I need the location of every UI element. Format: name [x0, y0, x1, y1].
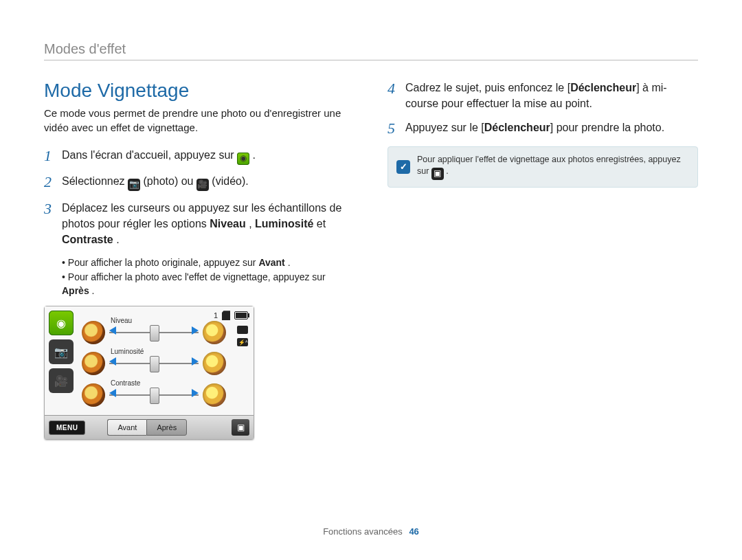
step-text: Dans l'écran d'accueil, appuyez sur [62, 149, 237, 161]
step-text: (photo) ou [144, 175, 196, 187]
apply-button[interactable]: ▣ [232, 419, 249, 436]
arrow-left-icon [109, 326, 116, 335]
section-header: Modes d'effet [44, 41, 698, 60]
slider-label: Niveau [111, 317, 132, 324]
step-text: . [116, 234, 119, 245]
step-4: 4 Cadrez le sujet, puis enfoncez le [Déc… [387, 80, 698, 111]
step-text: et [317, 218, 326, 229]
info-note: ✓ Pour appliquer l'effet de vignettage a… [387, 146, 698, 188]
step-body: Sélectionnez 📷 (photo) ou 🎥 (vidéo). [62, 173, 249, 191]
slider-handle[interactable] [150, 356, 159, 372]
bold-contraste: Contraste [62, 234, 113, 245]
arrow-right-icon [192, 389, 199, 397]
slider-contraste[interactable]: Contraste [82, 381, 226, 408]
sample-thumb-left[interactable] [82, 321, 105, 344]
right-column: 4 Cadrez le sujet, puis enfoncez le [Déc… [387, 80, 698, 440]
step-text: , [249, 218, 255, 229]
bold-avant: Avant [258, 257, 284, 268]
sub-bullet-avant: Pour afficher la photo originale, appuye… [62, 256, 355, 269]
page-title: Mode Vignettage [44, 80, 355, 102]
slider-handle[interactable] [150, 325, 159, 341]
before-after-tabs: Avant Après [107, 419, 187, 436]
slider-luminosite[interactable]: Luminosité [82, 349, 226, 377]
camera-screenshot: ◉ 📷 🎥 1 ⚡ᴬ Niveau [44, 306, 254, 440]
two-column-layout: Mode Vignettage Ce mode vous permet de p… [44, 80, 698, 440]
left-column: Mode Vignettage Ce mode vous permet de p… [44, 80, 355, 440]
text: Pour afficher la photo originale, appuye… [68, 257, 259, 268]
step-text: Appuyez sur le [ [405, 122, 484, 133]
menu-button[interactable]: MENU [49, 421, 85, 435]
sample-thumb-left[interactable] [82, 352, 105, 375]
step-number: 5 [387, 120, 405, 137]
bold-apres: Après [62, 285, 89, 296]
camera-icon: 📷 [128, 179, 140, 191]
photo-mode-icon[interactable]: 📷 [49, 339, 74, 364]
tab-apres[interactable]: Après [146, 419, 187, 436]
apply-icon: ▣ [431, 168, 444, 180]
step-text: (vidéo). [212, 175, 248, 187]
camera-bottom-bar: MENU Avant Après ▣ [45, 415, 254, 439]
step-1: 1 Dans l'écran d'accueil, appuyez sur ◉ … [44, 147, 355, 165]
battery-icon [234, 311, 248, 320]
bold-declencheur: Déclencheur [570, 82, 636, 93]
bold-niveau: Niveau [210, 218, 245, 229]
slider-handle[interactable] [150, 388, 159, 404]
step-text: ] pour prendre la photo. [550, 122, 664, 133]
page-footer: Fonctions avancées 46 [0, 526, 742, 537]
step-number: 3 [44, 200, 62, 218]
video-icon: 🎥 [196, 179, 209, 191]
step-body: Cadrez le sujet, puis enfoncez le [Décle… [405, 80, 698, 111]
sub-bullet-apres: Pour afficher la photo avec l'effet de v… [62, 270, 355, 298]
manual-page: Modes d'effet Mode Vignettage Ce mode vo… [0, 0, 742, 560]
arrow-left-icon [109, 389, 116, 397]
step-number: 4 [387, 80, 405, 98]
text: Pour appliquer l'effet de vignettage aux… [417, 155, 681, 177]
step-2: 2 Sélectionnez 📷 (photo) ou 🎥 (vidéo). [44, 173, 355, 191]
sample-thumb-right[interactable] [203, 383, 226, 407]
slider-label: Contraste [111, 379, 140, 387]
arrow-right-icon [192, 326, 199, 335]
step-body: Déplacez les curseurs ou appuyez sur les… [62, 200, 355, 248]
bold-declencheur: Déclencheur [484, 122, 550, 133]
step-5: 5 Appuyez sur le [Déclencheur] pour pren… [387, 120, 698, 137]
text: Pour afficher la photo avec l'effet de v… [68, 271, 326, 282]
hdr-icon [237, 326, 248, 334]
sample-thumb-right[interactable] [203, 321, 226, 344]
step-3: 3 Déplacez les curseurs ou appuyez sur l… [44, 200, 355, 248]
note-text: Pour appliquer l'effet de vignettage aux… [417, 154, 689, 180]
intro-paragraph: Ce mode vous permet de prendre une photo… [44, 106, 355, 135]
page-number: 46 [409, 526, 418, 537]
step-body: Dans l'écran d'accueil, appuyez sur ◉ . [62, 147, 256, 165]
slider-label: Luminosité [111, 348, 144, 355]
tab-avant[interactable]: Avant [107, 419, 146, 436]
step-number: 2 [44, 173, 62, 191]
slider-niveau[interactable]: Niveau [82, 318, 226, 346]
footer-label: Fonctions avancées [323, 526, 403, 537]
text: . [446, 166, 448, 176]
video-mode-icon[interactable]: 🎥 [49, 368, 74, 393]
arrow-left-icon [109, 357, 116, 366]
sample-thumb-right[interactable] [203, 352, 226, 375]
step-text: Sélectionnez [62, 175, 128, 187]
sub-bullets: Pour afficher la photo originale, appuye… [62, 256, 355, 298]
mode-icon[interactable]: ◉ [49, 311, 74, 335]
screen-left-icons: ◉ 📷 🎥 [49, 311, 76, 411]
step-body: Appuyez sur le [Déclencheur] pour prendr… [405, 120, 664, 135]
indicator-flash: ⚡ᴬ [237, 338, 248, 346]
info-icon: ✓ [396, 160, 410, 174]
flash-auto-icon: ⚡ᴬ [237, 338, 248, 346]
steps-list-right: 4 Cadrez le sujet, puis enfoncez le [Déc… [387, 80, 698, 138]
bold-luminosite: Luminosité [255, 218, 313, 229]
text: . [288, 257, 291, 268]
arrow-right-icon [192, 357, 199, 366]
text: . [92, 285, 95, 296]
indicator-hdr [237, 326, 248, 334]
sample-thumb-left[interactable] [82, 383, 105, 407]
step-number: 1 [44, 147, 62, 165]
step-text: . [253, 149, 256, 161]
camera-screen: ◉ 📷 🎥 1 ⚡ᴬ Niveau [45, 306, 254, 415]
steps-list-left: 1 Dans l'écran d'accueil, appuyez sur ◉ … [44, 147, 355, 247]
vignette-app-icon: ◉ [237, 153, 249, 165]
apply-icon: ▣ [237, 423, 245, 432]
slider-area: Niveau Luminosité [82, 316, 226, 410]
